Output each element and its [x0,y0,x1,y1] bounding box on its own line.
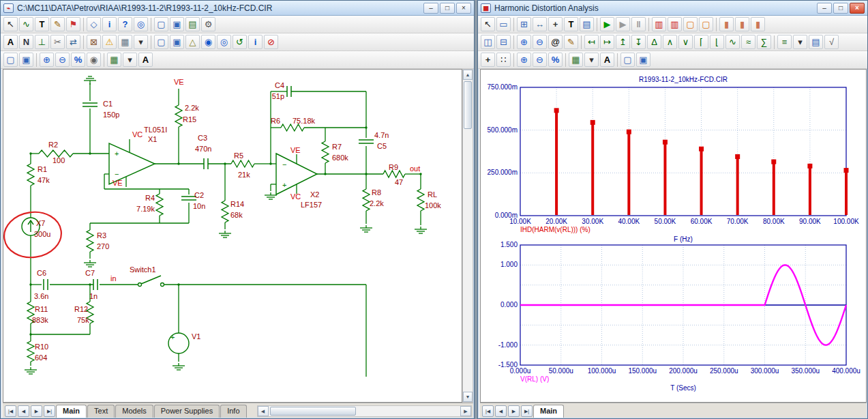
harmonic-stem-marker[interactable] [627,130,631,134]
component-R15[interactable] [175,105,182,127]
harmonic-stem-marker[interactable] [590,120,595,125]
zoom-window-icon[interactable]: ▭ [496,17,511,31]
layers-dropdown-icon[interactable]: ▾ [793,35,807,49]
analysis-plot-area[interactable]: R1993-11-2_10kHz-FCD.CIR750.000m500.000m… [480,69,867,403]
maximize-button[interactable]: □ [833,3,848,14]
wire-mode-icon[interactable]: ∿ [19,17,33,31]
check-warning-icon[interactable]: ⚠ [102,35,117,49]
first-page-button[interactable]: |◀ [482,405,494,417]
info-mode-icon[interactable]: i [102,17,117,31]
harmonics-chart-icon[interactable]: ▥ [668,17,682,31]
chart-page-icon[interactable]: ▤ [185,17,200,31]
component-C3[interactable] [204,158,208,169]
zoom-area-mode-icon[interactable]: ◎ [134,17,148,31]
harmonic-stem-marker[interactable] [699,147,704,151]
graphics-mode-icon[interactable]: ✎ [50,17,65,31]
cursor-cross-icon[interactable]: + [481,53,495,67]
select-tool-icon[interactable]: ↖ [3,17,18,31]
component-R7[interactable] [322,141,329,163]
flag-mode-icon[interactable]: ⚑ [66,17,80,31]
new-page-icon[interactable]: ▢ [154,17,168,31]
tab-models[interactable]: Models [115,405,153,418]
component-C5[interactable] [359,140,374,143]
last-page-button[interactable]: ▶| [44,405,55,417]
maximize-button[interactable]: □ [440,3,455,14]
tag-low-icon[interactable]: ⌊ [710,35,724,49]
harmonic-stem-marker[interactable] [807,164,812,169]
tile-horizontal-icon[interactable]: ⊟ [496,35,511,49]
pan-mode-icon[interactable]: ↔ [533,17,547,31]
harmonic-stem-marker[interactable] [663,140,668,145]
repeat-find-icon[interactable]: ◎ [217,35,231,49]
component-R5[interactable] [231,160,254,167]
tag-peak-icon[interactable]: ∧ [663,35,677,49]
pause-button-icon[interactable]: ‖ [631,17,646,31]
harmonic-stem-marker[interactable] [844,168,849,173]
fft-chart-icon[interactable]: ▥ [652,17,666,31]
select-tool-icon[interactable]: ↖ [481,17,495,31]
tab-power-supplies[interactable]: Power Supplies [154,405,220,418]
tag-valley-icon[interactable]: ∨ [678,35,693,49]
panel-view-1-icon[interactable]: ▮ [719,17,734,31]
refresh-tool-icon[interactable]: ↺ [233,35,247,49]
zoom-scale-icon[interactable]: % [71,53,85,67]
zoom-out-icon[interactable]: ⊖ [55,53,70,67]
zoom-out-icon[interactable]: ⊖ [533,35,547,49]
paste-box-icon[interactable]: ▣ [170,35,184,49]
tile-mode-icon[interactable]: ⊞ [517,17,531,31]
shape-tool-icon[interactable]: △ [185,35,200,49]
copy-page-icon[interactable]: ▢ [3,53,18,67]
tab-main[interactable]: Main [56,405,87,418]
first-page-button[interactable]: |◀ [5,405,16,417]
tag-left-icon[interactable]: ↤ [584,35,599,49]
component-R10[interactable] [27,341,34,362]
properties-icon[interactable]: ▤ [580,17,594,31]
scroll-down-button[interactable]: ▼ [463,392,473,402]
tab-main[interactable]: Main [533,405,564,418]
snapshot-icon[interactable]: ◉ [87,53,101,67]
grid-mode-icon[interactable]: ▦ [107,53,121,67]
tag-high-icon[interactable]: ⌈ [694,35,708,49]
scrollbar-thumb[interactable] [270,407,357,416]
text-style-icon[interactable]: A [600,53,614,67]
tag-top-icon[interactable]: ↥ [616,35,630,49]
component-Switch1[interactable] [138,276,164,287]
schematic-canvas[interactable]: +−+−+C1150pR2100R147kTL051IX12.2kR15C347… [3,69,462,403]
panel-view-3-icon[interactable]: ▮ [751,17,765,31]
options-gear-icon[interactable]: ⚙ [201,17,215,31]
minimize-button[interactable]: – [817,3,832,14]
monitor-box-1-icon[interactable]: ▢ [683,17,698,31]
component-R8[interactable] [363,189,370,211]
component-R1[interactable] [27,164,34,186]
next-page-button[interactable]: ▶ [31,405,42,417]
grid-toggle-icon[interactable]: ▦ [118,35,132,49]
component-mode-icon[interactable]: ◇ [87,17,101,31]
calculator-icon[interactable]: √ [824,35,839,49]
text-mode-icon[interactable]: T [564,17,578,31]
schematic-titlebar[interactable]: ⌁ C:\MC11\DATA\Petrov\RIAA\R1993-11-2\R1… [1,1,474,16]
scrollbar-track[interactable] [269,406,460,416]
component-X1[interactable]: +− [109,143,155,184]
component-C1[interactable] [83,103,98,106]
data-points-icon[interactable]: ∷ [496,53,511,67]
component-RL[interactable] [417,189,424,211]
horizontal-scrollbar[interactable]: ◀▶ [257,405,472,417]
attribute-text-icon[interactable]: A [3,35,18,49]
scroll-right-button[interactable]: ▶ [460,406,471,416]
tag-inflection-icon[interactable]: ∿ [725,35,740,49]
close-button[interactable]: × [456,3,471,14]
cut-tool-icon[interactable]: ✂ [50,35,65,49]
node-numbers-icon[interactable]: N [19,35,33,49]
harmonic-stem-marker[interactable] [554,108,559,113]
find-tool-icon[interactable]: ◉ [201,35,215,49]
step-button-icon[interactable]: ▶ [616,17,630,31]
harmonic-stem-marker[interactable] [735,154,740,159]
component-C7[interactable] [93,279,98,290]
tag-delta-icon[interactable]: Δ [647,35,661,49]
component-R9[interactable] [383,171,405,177]
zoom-in-icon[interactable]: ⊕ [517,35,531,49]
scroll-up-button[interactable]: ▲ [463,70,473,80]
grid-mode-icon[interactable]: ▦ [569,53,583,67]
paste-page-icon[interactable]: ▣ [19,53,33,67]
component-R4[interactable] [156,194,163,216]
